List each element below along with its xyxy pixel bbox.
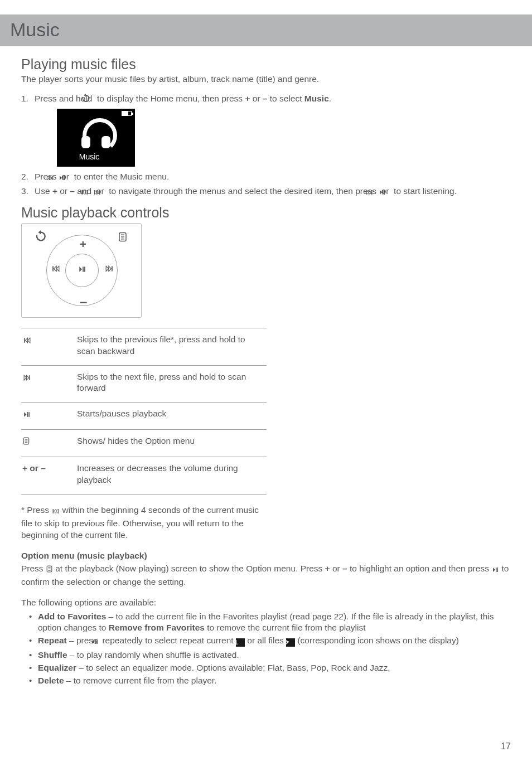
footnote: * Press within the beginning 4 seconds o… [21, 505, 267, 541]
table-row: Shows/ hides the Option menu [21, 430, 267, 457]
options-list: Add to Favorites – to add the current fi… [21, 611, 511, 687]
t: – to play randomly when shuffle is activ… [67, 650, 239, 660]
play-pause-icon [22, 410, 31, 421]
plus: + [52, 186, 57, 196]
controls-table: Skips to the previous file*, press and h… [21, 328, 267, 494]
next-icon [104, 265, 114, 275]
page-content: Playing music files The player sorts you… [0, 46, 532, 687]
heading-playing-music: Playing music files [21, 56, 511, 72]
key-menu [21, 430, 77, 457]
table-row: Skips to the previous file*, press and h… [21, 328, 267, 365]
thumb-label: Music [93, 152, 100, 162]
minus: – [70, 186, 75, 196]
table-row: Starts/pauses playback [21, 403, 267, 430]
menu-icon [22, 437, 30, 449]
repeat-all-icon: ⟳ [286, 638, 295, 647]
list-item: Delete – to remove current file from the… [21, 675, 511, 687]
section-band: Music [0, 14, 532, 46]
headphones-icon [79, 116, 113, 149]
desc: Skips to the previous file*, press and h… [77, 328, 267, 365]
heading-playback-controls: Music playback controls [21, 205, 511, 221]
play-pause-icon [491, 565, 499, 576]
desc: Increases or decreases the volume during… [77, 457, 267, 494]
opt-name: Remove from Favorites [109, 623, 205, 632]
opt-name: Repeat [38, 636, 67, 645]
prev-icon [22, 336, 32, 347]
repeat-one-icon: 1 [236, 638, 245, 647]
t: repeatedly to select repeat current [100, 636, 236, 645]
prev-icon [51, 506, 60, 518]
opt-name: Shuffle [38, 650, 67, 660]
t: to display the Home menu, then press [95, 94, 245, 103]
t: to enter the Music menu. [71, 172, 169, 181]
desc: Starts/pauses playback [77, 403, 267, 430]
step-2: 2.Press or to enter the Music menu. [21, 171, 511, 185]
list-item: Add to Favorites – to add the current fi… [21, 611, 511, 634]
option-menu-p1: Press at the playback (Now playing) scre… [21, 563, 511, 588]
list-item: Repeat – press repeatedly to select repe… [21, 635, 511, 648]
battery-icon [122, 111, 132, 116]
t: or all files [245, 636, 286, 645]
page-number: 17 [501, 741, 511, 752]
desc: Skips to the next file, press and hold t… [77, 365, 267, 403]
step-1: 1.Press and hold to display the Home men… [21, 93, 511, 167]
key-play [21, 403, 77, 430]
t: or [250, 94, 262, 103]
key-prev [21, 328, 77, 365]
back-icon [35, 230, 47, 245]
opt-name: Add to Favorites [38, 612, 106, 621]
t: or [57, 186, 70, 196]
music-thumbnail: Music [57, 109, 135, 167]
inner-ring [65, 254, 99, 287]
minus: – [342, 564, 347, 573]
list-item: Shuffle – to play randomly when shuffle … [21, 649, 511, 661]
step-3: 3.Use + or – and or to navigate through … [21, 186, 511, 199]
key-next [21, 365, 77, 403]
plus: + [325, 564, 330, 573]
options-intro: The following options are available: [21, 597, 511, 609]
menu-icon [118, 231, 128, 245]
prev-icon [51, 265, 61, 275]
t: Press [21, 564, 46, 573]
t: to navigate through the menus and select… [107, 186, 379, 196]
t: to start listening. [391, 186, 457, 196]
option-menu-head: Option menu (music playback) [21, 550, 511, 562]
key-plusminus: + or – [21, 457, 77, 494]
opt-name: Equalizer [38, 663, 76, 672]
t: – to select an equalizer mode. Options a… [76, 663, 390, 672]
opt-name: Delete [38, 676, 64, 685]
menu-icon [46, 565, 53, 576]
t: Use [35, 186, 52, 196]
t: – to remove current file from the player… [64, 676, 217, 685]
t: or [330, 564, 342, 573]
play-pause-icon [78, 265, 86, 275]
table-row: Skips to the next file, press and hold t… [21, 365, 267, 403]
t: (corresponding icon shows on the display… [295, 636, 459, 645]
list-item: Equalizer – to select an equalizer mode.… [21, 662, 511, 674]
t: at the playback (Now playing) screen to … [53, 564, 325, 573]
steps-list: 1.Press and hold to display the Home men… [21, 93, 511, 199]
intro-text: The player sorts your music files by art… [21, 74, 511, 85]
desc: Shows/ hides the Option menu [77, 430, 267, 457]
plus-icon: + [80, 238, 86, 251]
minus-icon: – [80, 294, 87, 309]
next-icon [22, 373, 32, 385]
t: * Press [21, 505, 51, 515]
bold-music: Music [304, 94, 329, 103]
table-row: + or – Increases or decreases the volume… [21, 457, 267, 494]
band-title: Music [10, 19, 522, 41]
controls-diagram: + – [21, 223, 142, 318]
t: to select [267, 94, 304, 103]
t: . [329, 94, 331, 103]
t: to remove the current file from the play… [205, 623, 366, 632]
t: to highlight an option and then press [347, 564, 492, 573]
